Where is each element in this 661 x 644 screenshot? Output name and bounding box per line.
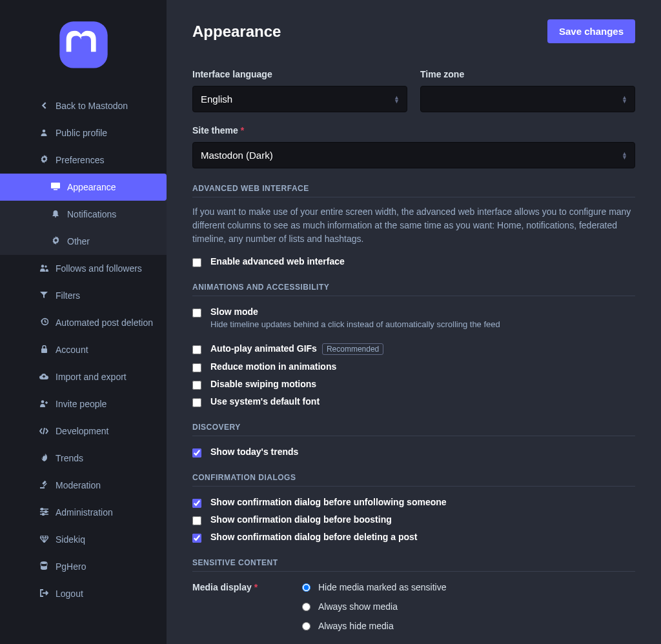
svg-point-5 (55, 216, 56, 217)
sidebar-item-label: Administration (56, 507, 113, 518)
sidebar-item-label: Notifications (67, 209, 116, 219)
sidebar-item-pghero[interactable]: PgHero (0, 553, 167, 580)
svg-rect-13 (40, 487, 45, 488)
discovery-section-title: DISCOVERY (192, 423, 635, 436)
filter-icon (39, 291, 49, 301)
svg-point-11 (41, 400, 45, 403)
show-trends-checkbox[interactable] (192, 448, 201, 458)
confirmation-section-title: CONFIRMATION DIALOGS (192, 473, 635, 487)
confirm-unfollow-checkbox[interactable] (192, 499, 201, 508)
sidebar-item-sidekiq[interactable]: Sidekiq (0, 526, 167, 553)
media-always-hide-label: Always hide media (318, 621, 394, 631)
sidebar-item-label: Automated post deletion (56, 317, 153, 328)
animations-section-title: ANIMATIONS AND ACCESSIBILITY (192, 283, 635, 296)
sliders-icon (39, 508, 49, 518)
sidebar-item-filters[interactable]: Filters (0, 282, 167, 309)
sidebar-item-notifications[interactable]: Notifications (0, 201, 167, 228)
svg-point-18 (41, 561, 47, 564)
user-icon (39, 128, 49, 138)
svg-point-7 (41, 265, 44, 267)
sidebar-item-other[interactable]: Other (0, 228, 167, 255)
sidebar-item-administration[interactable]: Administration (0, 499, 167, 526)
media-always-show-radio[interactable] (302, 603, 310, 611)
main-content: Appearance Save changes Interface langua… (167, 0, 661, 644)
confirm-delete-label: Show confirmation dialog before deleting… (210, 532, 417, 542)
sidebar-item-label: Public profile (56, 128, 107, 138)
enable-advanced-label: Enable advanced web interface (210, 256, 345, 267)
logout-icon (39, 589, 49, 599)
advanced-section-title: ADVANCED WEB INTERFACE (192, 184, 635, 197)
reduce-motion-label: Reduce motion in animations (210, 361, 336, 372)
gear-icon (50, 236, 61, 247)
sidebar-item-profile[interactable]: Public profile (0, 119, 167, 146)
interface-language-select[interactable]: English (192, 86, 407, 112)
disable-swiping-checkbox[interactable] (192, 381, 201, 390)
sidebar-item-label: Follows and followers (56, 263, 142, 274)
page-title: Appearance (192, 23, 281, 41)
sidebar-item-appearance[interactable]: Appearance (0, 174, 167, 201)
svg-point-2 (43, 157, 45, 160)
database-icon (39, 561, 49, 572)
reduce-motion-checkbox[interactable] (192, 363, 201, 372)
sidebar-item-moderation[interactable]: Moderation (0, 472, 167, 499)
interface-language-label: Interface language (192, 69, 407, 79)
sidebar-item-follows[interactable]: Follows and followers (0, 255, 167, 282)
media-hide-sensitive-label: Hide media marked as sensitive (318, 582, 446, 592)
autoplay-checkbox[interactable] (192, 345, 201, 354)
fire-icon (39, 453, 49, 463)
svg-point-1 (43, 129, 46, 132)
svg-point-15 (41, 508, 43, 510)
sidebar-item-label: Import and export (56, 372, 127, 382)
sidebar-item-account[interactable]: Account (0, 336, 167, 363)
media-always-hide-radio[interactable] (302, 622, 310, 630)
svg-rect-4 (54, 189, 57, 190)
logo[interactable] (0, 13, 167, 92)
confirm-delete-checkbox[interactable] (192, 534, 201, 543)
sidebar-item-invite[interactable]: Invite people (0, 390, 167, 418)
sidebar-item-label: Preferences (56, 155, 104, 165)
svg-point-6 (54, 239, 57, 241)
history-icon (39, 317, 49, 328)
code-icon (39, 427, 49, 436)
confirm-boost-checkbox[interactable] (192, 516, 201, 525)
sidebar-subnav: Appearance Notifications Other (0, 174, 167, 255)
sidebar-item-label: Filters (56, 290, 80, 301)
time-zone-select[interactable] (420, 86, 635, 112)
sidebar-item-back[interactable]: Back to Mastodon (0, 92, 167, 119)
users-icon (39, 264, 49, 274)
svg-rect-10 (41, 348, 47, 353)
sidebar-item-label: Development (56, 426, 109, 436)
slow-mode-checkbox[interactable] (192, 308, 201, 317)
sidebar-item-label: PgHero (56, 561, 86, 572)
sensitive-section-title: SENSITIVE CONTENT (192, 558, 635, 572)
sidebar-item-label: Logout (56, 589, 83, 599)
gem-icon (39, 535, 49, 545)
page-header: Appearance Save changes (192, 19, 635, 43)
svg-point-8 (45, 265, 46, 267)
sidebar-item-label: Back to Mastodon (56, 101, 128, 111)
time-zone-label: Time zone (420, 69, 635, 79)
system-font-checkbox[interactable] (192, 398, 201, 407)
sidebar-item-logout[interactable]: Logout (0, 580, 167, 607)
sidebar-item-label: Trends (56, 453, 83, 463)
gavel-icon (39, 480, 49, 490)
disable-swiping-label: Disable swiping motions (210, 379, 316, 389)
chevron-left-icon (39, 101, 49, 111)
site-theme-select[interactable]: Mastodon (Dark) (192, 142, 635, 168)
sidebar-item-automated[interactable]: Automated post deletion (0, 309, 167, 336)
media-hide-sensitive-radio[interactable] (302, 583, 310, 592)
sidebar-item-development[interactable]: Development (0, 418, 167, 445)
enable-advanced-checkbox[interactable] (192, 258, 201, 267)
sidebar-item-import[interactable]: Import and export (0, 363, 167, 390)
sidebar-item-preferences[interactable]: Preferences (0, 146, 167, 174)
site-theme-label: Site theme * (192, 125, 635, 136)
mastodon-logo-icon (56, 18, 111, 73)
sidebar-item-trends[interactable]: Trends (0, 445, 167, 472)
slow-mode-label: Slow mode (210, 307, 500, 317)
svg-point-16 (45, 510, 46, 512)
bell-icon (50, 210, 61, 219)
media-display-label: Media display * (192, 582, 276, 592)
save-button[interactable]: Save changes (547, 19, 635, 43)
gear-icon (39, 155, 49, 165)
autoplay-label: Auto-play animated GIFsRecommended (210, 343, 383, 355)
